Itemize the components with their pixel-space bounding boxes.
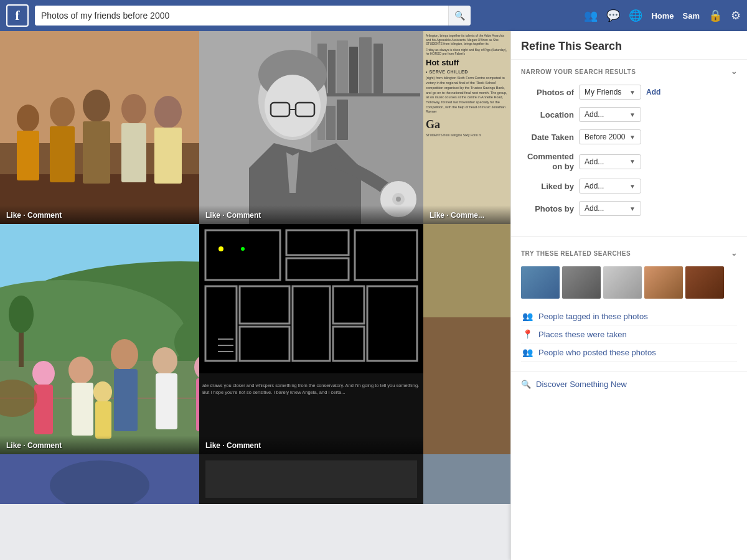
filter-dropdown-liked-by[interactable]: Add... ▼: [579, 179, 641, 194]
photo-cell-5[interactable]: ate draws you closer and whispers someth…: [199, 224, 423, 454]
related-section-title: TRY THESE RELATED SEARCHES ⌄: [521, 249, 737, 258]
filter-label-liked-by: Liked by: [521, 182, 574, 191]
svg-point-43: [32, 361, 55, 386]
svg-point-47: [111, 339, 138, 370]
people-tagged-icon: 👥: [521, 311, 533, 321]
refine-header: Refine This Search: [511, 31, 747, 60]
user-name[interactable]: Sam: [683, 11, 700, 21]
photo-cell-4[interactable]: Like · Comment: [0, 224, 199, 454]
photo-actions-3[interactable]: Like · Comme...: [430, 211, 484, 220]
photo-cell-3[interactable]: Arlington, brings together its talents o…: [423, 31, 510, 224]
dropdown-arrow-3: ▼: [629, 158, 636, 165]
filter-dropdown-commented-on-by[interactable]: Add... ▼: [579, 154, 641, 169]
svg-rect-80: [423, 224, 510, 317]
lock-icon[interactable]: 🔒: [708, 9, 722, 22]
add-link-photos-of[interactable]: Add: [646, 88, 660, 96]
svg-rect-6: [50, 126, 75, 182]
svg-rect-17: [328, 50, 336, 93]
photo-image-2: [199, 31, 423, 224]
svg-rect-22: [314, 93, 420, 96]
search-bar: 🔍: [35, 6, 471, 26]
home-link[interactable]: Home: [651, 11, 674, 21]
related-thumb-2[interactable]: [562, 266, 601, 299]
related-thumb-4[interactable]: [644, 266, 683, 299]
photo-grid: Like · Comment: [0, 31, 510, 560]
photo-actions-5[interactable]: Like · Comment: [205, 441, 261, 450]
discover-label: Discover Something New: [536, 380, 627, 389]
narrow-chevron[interactable]: ⌄: [731, 67, 738, 76]
photo-cell-2[interactable]: Like · Comment: [199, 31, 423, 224]
location-pin-icon: 📍: [521, 329, 533, 339]
dropdown-arrow-5: ▼: [629, 205, 636, 212]
svg-rect-8: [83, 121, 110, 184]
globe-icon[interactable]: 🌐: [629, 9, 642, 22]
photo-cell-bottom-2[interactable]: [199, 454, 423, 504]
svg-rect-50: [156, 373, 177, 429]
svg-rect-12: [154, 128, 182, 184]
newspaper-body: (right) from Islington Sixth Form Centre…: [426, 76, 508, 114]
related-link-3[interactable]: 👥 People who posted these photos: [521, 343, 737, 362]
filter-dropdown-photos-of[interactable]: My Friends ▼: [579, 85, 641, 100]
svg-point-5: [50, 97, 75, 127]
svg-rect-10: [121, 123, 146, 182]
photo-overlay-5: Like · Comment: [199, 436, 423, 454]
svg-rect-85: [205, 460, 417, 498]
svg-point-76: [218, 246, 223, 251]
photo-actions-2[interactable]: Like · Comment: [205, 211, 261, 220]
filter-dropdown-date-taken[interactable]: Before 2000 ▼: [579, 129, 641, 144]
filter-row-date-taken: Date Taken Before 2000 ▼: [521, 129, 737, 144]
photo-cell-1[interactable]: Like · Comment: [0, 31, 199, 224]
people-posted-icon: 👥: [521, 347, 533, 357]
photo-cell-bottom-1[interactable]: [0, 454, 199, 504]
header-right: 👥 💬 🌐 Home Sam 🔒 ⚙: [584, 9, 741, 22]
filter-dropdown-location[interactable]: Add... ▼: [579, 107, 641, 122]
search-input[interactable]: [35, 6, 448, 26]
divider: [511, 236, 747, 236]
related-section: TRY THESE RELATED SEARCHES ⌄ 👥 People ta…: [511, 241, 747, 369]
facebook-logo[interactable]: f: [6, 4, 29, 27]
svg-point-11: [154, 96, 182, 128]
photo-overlay-3: Like · Comme...: [423, 205, 510, 224]
narrow-section: NARROW YOUR SEARCH RESULTS ⌄ Photos of M…: [511, 60, 747, 231]
search-button[interactable]: 🔍: [448, 6, 471, 26]
filter-row-photos-of: Photos of My Friends ▼ Add: [521, 85, 737, 100]
newspaper-subhead: • SERVE CHILLED: [426, 69, 508, 75]
gear-icon[interactable]: ⚙: [731, 9, 741, 22]
photo-overlay-4: Like · Comment: [0, 436, 199, 454]
filter-label-commented-on-by: Commentedon by: [521, 152, 574, 171]
filter-dropdown-photos-by[interactable]: Add... ▼: [579, 201, 641, 216]
sidebar: Refine This Search NARROW YOUR SEARCH RE…: [510, 31, 747, 560]
svg-point-9: [121, 94, 146, 124]
related-thumb-1[interactable]: [521, 266, 560, 299]
messages-icon[interactable]: 💬: [606, 9, 620, 22]
svg-point-34: [396, 197, 401, 202]
filter-row-photos-by: Photos by Add... ▼: [521, 201, 737, 216]
photo-actions-4[interactable]: Like · Comment: [6, 441, 62, 450]
svg-rect-44: [34, 385, 53, 434]
photo-actions-1[interactable]: Like · Comment: [6, 211, 62, 220]
header: f 🔍 👥 💬 🌐 Home Sam 🔒 ⚙: [0, 0, 747, 31]
svg-rect-4: [17, 131, 39, 180]
related-chevron[interactable]: ⌄: [731, 249, 738, 258]
photo-cell-9[interactable]: [423, 224, 510, 454]
svg-point-45: [68, 357, 93, 384]
friends-icon[interactable]: 👥: [584, 9, 598, 22]
discover-section[interactable]: 🔍 Discover Something New: [511, 371, 747, 396]
related-thumb-5[interactable]: [685, 266, 724, 299]
newspaper-top-text: Arlington, brings together its talents o…: [426, 34, 508, 46]
photo-cell-bottom-3[interactable]: [423, 454, 510, 504]
related-link-2[interactable]: 📍 Places these were taken: [521, 325, 737, 343]
filter-row-commented-on-by: Commentedon by Add... ▼: [521, 152, 737, 171]
dropdown-arrow-2: ▼: [629, 134, 636, 141]
svg-rect-81: [423, 317, 510, 454]
svg-rect-24: [326, 106, 336, 140]
related-thumb-3[interactable]: [603, 266, 642, 299]
filter-row-location: Location Add... ▼: [521, 107, 737, 122]
search-icon: 🔍: [454, 11, 465, 21]
svg-point-77: [241, 247, 245, 251]
related-link-1[interactable]: 👥 People tagged in these photos: [521, 307, 737, 325]
svg-point-28: [265, 75, 321, 137]
filter-label-location: Location: [521, 110, 574, 119]
dropdown-arrow-4: ▼: [629, 183, 636, 190]
svg-point-57: [93, 381, 112, 403]
